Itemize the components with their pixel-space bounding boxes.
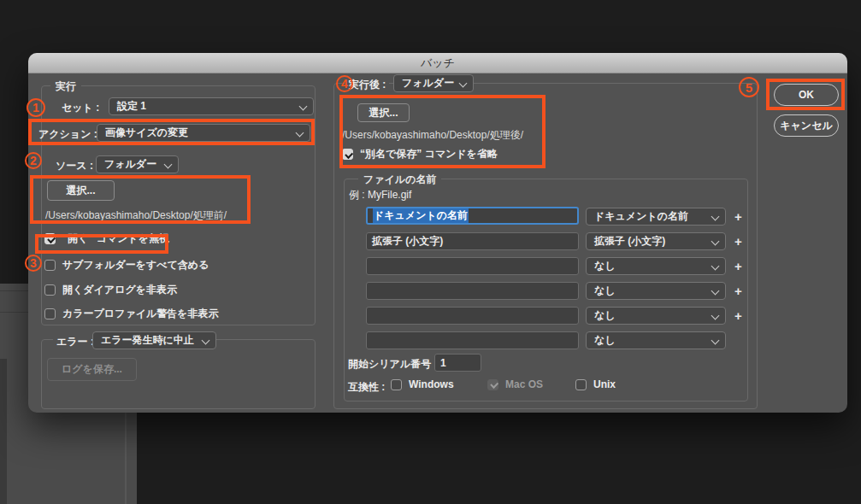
destination-select[interactable]: フォルダー [393, 74, 474, 92]
save-log-button: ログを保存... [47, 358, 137, 381]
error-select[interactable]: エラー発生時に中止 [92, 331, 216, 349]
source-choose-button[interactable]: 選択... [47, 180, 115, 201]
file-naming-example: 例 : MyFile.gif [349, 188, 411, 202]
chevron-down-icon [711, 213, 720, 221]
suppress-open-dialogs-checkbox[interactable] [44, 284, 56, 296]
set-label: セット : [62, 101, 99, 115]
naming-select-2[interactable]: 拡張子 (小文字) [586, 232, 726, 250]
checkbox-row-include-subfolders[interactable]: サブフォルダーをすべて含める [44, 258, 209, 273]
destination-label: 実行後 : [345, 78, 389, 92]
serial-label: 開始シリアル番号 : [348, 357, 437, 372]
dialog-titlebar[interactable]: バッチ [28, 53, 847, 73]
override-save-as-checkbox[interactable] [342, 149, 353, 160]
chevron-down-icon [711, 337, 720, 345]
destination-path: /Users/kobayashimaho/Desktop/処理後/ [342, 128, 523, 143]
play-group-label: 実行 [50, 79, 81, 94]
naming-field-1[interactable]: ドキュメントの名前 [366, 207, 579, 225]
ignore-open-checkbox[interactable] [44, 233, 56, 244]
include-subfolders-label: サブフォルダーをすべて含める [62, 258, 209, 273]
naming-field-5[interactable] [366, 307, 579, 325]
naming-field-6[interactable] [366, 331, 579, 349]
suppress-open-dialogs-label: 開くダイアログを非表示 [62, 283, 177, 297]
windows-checkbox[interactable] [391, 379, 402, 390]
macos-label: Mac OS [505, 378, 543, 390]
checkbox-row-ignore-open[interactable]: “開く” コマンドを無視 [44, 231, 169, 246]
chevron-down-icon [202, 337, 210, 345]
file-naming-group-label: ファイルの名前 [358, 173, 441, 187]
batch-dialog: バッチ 実行 セット : 設定 1 アクション : 画像サイズの変更 ソース :… [28, 53, 847, 413]
add-variable-button[interactable]: + [734, 259, 742, 273]
source-path: /Users/kobayashimaho/Desktop/処理前/ [45, 208, 227, 223]
checkbox-row-unix[interactable]: Unix [575, 378, 616, 390]
source-label: ソース : [56, 159, 93, 173]
chevron-down-icon [296, 129, 304, 138]
source-select[interactable]: フォルダー [96, 155, 179, 173]
naming-select-3[interactable]: なし [586, 257, 726, 275]
photoshop-screen: バッチ 実行 セット : 設定 1 アクション : 画像サイズの変更 ソース :… [0, 0, 861, 504]
destination-select-value: フォルダー [402, 76, 454, 91]
chevron-down-icon [164, 161, 173, 169]
windows-label: Windows [409, 378, 454, 390]
destination-choose-button[interactable]: 選択... [357, 103, 410, 122]
error-label: エラー : [53, 335, 97, 349]
naming-select-4[interactable]: なし [586, 282, 726, 300]
add-variable-button[interactable]: + [734, 308, 742, 323]
add-variable-button[interactable]: + [734, 284, 742, 298]
cancel-button[interactable]: キャンセル [774, 114, 839, 137]
naming-field-3[interactable] [366, 257, 579, 275]
set-select[interactable]: 設定 1 [109, 97, 314, 115]
naming-select-1[interactable]: ドキュメントの名前 [586, 208, 726, 226]
naming-field-4[interactable] [366, 282, 579, 300]
serial-input[interactable]: 1 [434, 354, 481, 372]
unix-label: Unix [593, 378, 616, 390]
naming-field-2[interactable]: 拡張子 (小文字) [366, 232, 579, 250]
action-label: アクション : [38, 127, 97, 142]
add-variable-button[interactable]: + [734, 209, 742, 224]
checkbox-row-override-save-as[interactable]: “別名で保存” コマンドを省略 [342, 147, 498, 161]
macos-checkbox [487, 379, 498, 390]
dialog-title: バッチ [421, 56, 455, 71]
background-strip [0, 359, 7, 504]
chevron-down-icon [711, 262, 720, 271]
error-select-value: エラー発生時に中止 [101, 333, 194, 348]
chevron-down-icon [711, 312, 720, 320]
add-variable-button[interactable]: + [734, 234, 742, 249]
override-save-as-label: “別名で保存” コマンドを省略 [360, 147, 498, 161]
chevron-down-icon [459, 79, 468, 88]
chevron-down-icon [711, 237, 720, 246]
naming-select-6[interactable]: なし [586, 331, 726, 349]
ok-button[interactable]: OK [774, 84, 839, 106]
set-select-value: 設定 1 [117, 99, 146, 114]
checkbox-row-suppress-open-dialogs[interactable]: 開くダイアログを非表示 [44, 283, 177, 297]
action-select-value: 画像サイズの変更 [105, 126, 188, 140]
compatibility-label: 互換性 : [348, 380, 385, 395]
action-select[interactable]: 画像サイズの変更 [97, 124, 310, 142]
checkbox-row-windows[interactable]: Windows [391, 378, 454, 390]
checkbox-row-macos: Mac OS [487, 378, 543, 390]
suppress-color-warnings-checkbox[interactable] [44, 308, 56, 319]
chevron-down-icon [299, 103, 308, 111]
checkbox-row-suppress-color-warnings[interactable]: カラープロファイル警告を非表示 [44, 307, 219, 321]
suppress-color-warnings-label: カラープロファイル警告を非表示 [62, 307, 219, 321]
unix-checkbox[interactable] [575, 379, 587, 390]
ignore-open-label: “開く” コマンドを無視 [62, 231, 169, 246]
source-select-value: フォルダー [104, 157, 156, 172]
include-subfolders-checkbox[interactable] [44, 260, 56, 271]
chevron-down-icon [711, 287, 720, 296]
naming-select-5[interactable]: なし [586, 307, 726, 325]
